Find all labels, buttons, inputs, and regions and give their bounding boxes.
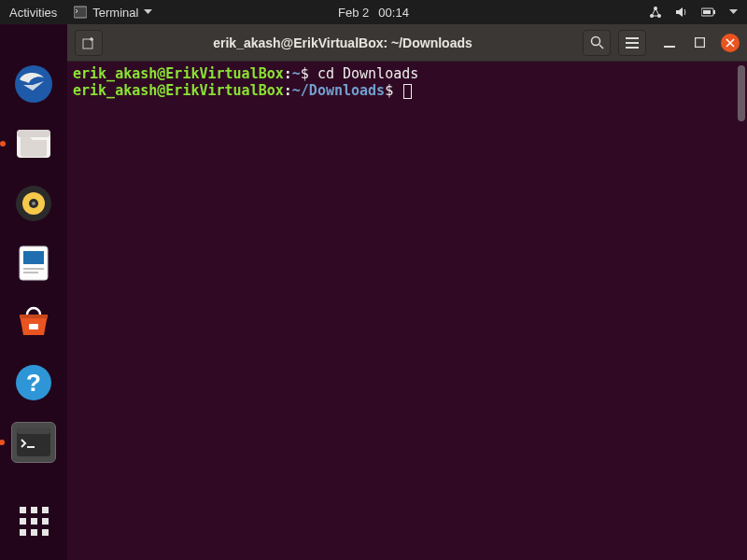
thunderbird-icon[interactable] [13, 63, 54, 105]
svg-rect-29 [626, 47, 639, 49]
volume-icon [675, 6, 688, 19]
prompt-user: erik_akash@ErikVirtualBox [73, 65, 284, 82]
show-applications-button[interactable] [13, 500, 54, 541]
prompt-path: ~ [292, 65, 301, 82]
svg-point-26 [591, 37, 599, 46]
gnome-top-bar: Activities Terminal Feb 2 00:14 [0, 0, 747, 24]
svg-rect-18 [23, 272, 38, 273]
search-button[interactable] [583, 30, 611, 56]
battery-icon [701, 7, 716, 18]
network-icon [649, 6, 662, 19]
app-menu-label: Terminal [92, 6, 138, 20]
cursor [403, 84, 412, 99]
dock: ? [0, 24, 67, 560]
svg-rect-6 [703, 10, 711, 14]
svg-rect-23 [17, 428, 50, 434]
svg-rect-24 [27, 446, 35, 448]
activities-button[interactable]: Activities [9, 6, 57, 20]
clock[interactable]: Feb 2 00:14 [338, 6, 409, 20]
terminal-topbar-icon [74, 6, 87, 19]
files-icon[interactable] [13, 123, 54, 164]
maximize-icon [695, 37, 705, 48]
svg-rect-5 [713, 10, 715, 14]
chevron-down-icon [729, 9, 738, 15]
svg-rect-17 [23, 268, 44, 270]
svg-rect-16 [23, 251, 44, 264]
window-titlebar: erik_akash@ErikVirtualBox: ~/Downloads [67, 24, 747, 62]
help-icon[interactable]: ? [13, 362, 54, 403]
search-icon [590, 35, 604, 49]
ubuntu-software-icon[interactable] [13, 302, 54, 343]
rhythmbox-icon[interactable] [13, 183, 54, 224]
svg-point-7 [15, 65, 52, 103]
chevron-down-icon [144, 9, 152, 15]
scrollbar-thumb[interactable] [738, 65, 745, 121]
maximize-button[interactable] [691, 35, 708, 51]
prompt-path: ~/Downloads [292, 82, 385, 99]
terminal-window: erik_akash@ErikVirtualBox: ~/Downloads e… [67, 24, 747, 560]
system-status-area[interactable] [649, 6, 738, 19]
app-menu[interactable]: Terminal [74, 6, 152, 20]
svg-point-14 [32, 202, 35, 205]
svg-rect-27 [626, 37, 639, 39]
svg-text:?: ? [26, 369, 41, 397]
new-tab-button[interactable] [75, 30, 103, 56]
terminal-line: erik_akash@ErikVirtualBox:~/Downloads$ [73, 82, 741, 99]
close-icon [726, 38, 735, 48]
terminal-body[interactable]: erik_akash@ErikVirtualBox:~$ cd Download… [67, 62, 747, 560]
svg-rect-0 [74, 7, 87, 18]
prompt-user: erik_akash@ErikVirtualBox [73, 82, 284, 99]
clock-time: 00:14 [378, 6, 409, 20]
close-button[interactable] [721, 34, 740, 52]
minimize-icon [664, 37, 675, 49]
minimize-button[interactable] [661, 35, 678, 51]
clock-date: Feb 2 [338, 6, 369, 20]
svg-rect-28 [626, 42, 639, 44]
hamburger-menu-button[interactable] [618, 30, 646, 56]
window-title: erik_akash@ErikVirtualBox: ~/Downloads [110, 35, 575, 50]
libreoffice-writer-icon[interactable] [13, 243, 54, 284]
command-text: cd Downloads [317, 65, 418, 82]
svg-rect-30 [664, 46, 675, 48]
svg-rect-19 [29, 324, 38, 329]
terminal-line: erik_akash@ErikVirtualBox:~$ cd Download… [73, 65, 741, 82]
svg-rect-31 [695, 38, 704, 48]
svg-rect-9 [17, 130, 50, 137]
terminal-icon[interactable] [11, 422, 56, 463]
hamburger-icon [626, 37, 639, 49]
